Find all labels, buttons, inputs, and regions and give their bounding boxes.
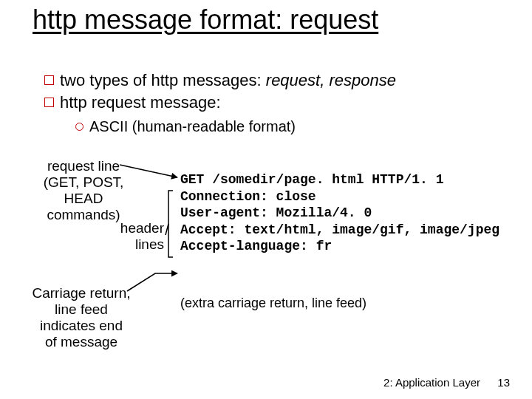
- label-request-line-1: request line: [47, 158, 120, 174]
- label-crlf-3: indicates end: [40, 318, 123, 333]
- bullet-2: http request message:: [44, 93, 221, 112]
- sub-bullet-text: ASCII (human-readable format): [89, 118, 296, 134]
- label-request-line: request line (GET, POST, HEAD commands): [28, 158, 139, 222]
- code-line-2: Connection: close: [180, 189, 316, 204]
- footer-page-number: 13: [497, 376, 510, 389]
- code-line-1: GET /somedir/page. html HTTP/1. 1: [180, 172, 443, 187]
- bullet-2-text: http request message:: [60, 93, 221, 112]
- label-crlf-2: line feed: [55, 301, 108, 317]
- bullet-1: two types of http messages: request, res…: [44, 71, 396, 90]
- label-request-line-3: HEAD commands): [47, 191, 120, 222]
- label-crlf: Carriage return, line feed indicates end…: [22, 285, 140, 349]
- sub-bullet: ASCII (human-readable format): [75, 118, 296, 135]
- circle-bullet-icon: [75, 123, 83, 131]
- slide: http message format: request two types o…: [0, 0, 532, 399]
- label-crlf-1: Carriage return,: [32, 285, 130, 301]
- http-request-code: GET /somedir/page. html HTTP/1. 1 Connec…: [180, 171, 499, 255]
- square-bullet-icon: [44, 98, 54, 107]
- code-line-4: Accept: text/html, image/gif, image/jpeg: [180, 222, 499, 237]
- bullet-1-pre: two types of http messages:: [60, 71, 266, 89]
- code-line-3: User-agent: Mozilla/4. 0: [180, 205, 372, 220]
- label-header-lines-1: header: [120, 220, 164, 236]
- code-line-5: Accept-language: fr: [180, 239, 332, 253]
- label-header-lines-2: lines: [135, 236, 164, 252]
- bullet-1-em: request, response: [266, 71, 396, 89]
- extra-crlf-note: (extra carriage return, line feed): [180, 296, 366, 311]
- slide-title: http message format: request: [33, 4, 378, 35]
- svg-line-1: [166, 224, 168, 235]
- square-bullet-icon: [44, 75, 54, 85]
- label-request-line-2: (GET, POST,: [44, 174, 124, 190]
- label-header-lines: header lines: [111, 220, 164, 253]
- footer-chapter: 2: Application Layer: [383, 376, 480, 389]
- label-crlf-4: of message: [45, 334, 117, 349]
